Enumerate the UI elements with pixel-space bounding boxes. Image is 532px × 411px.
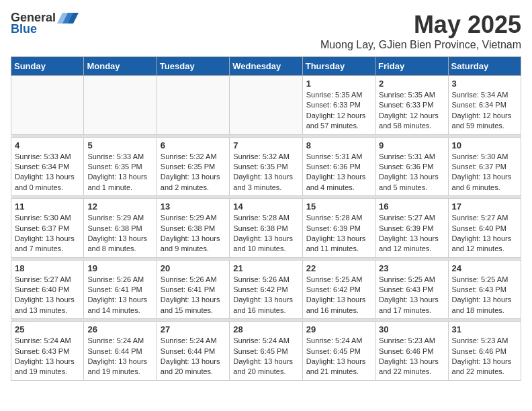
day-detail: Sunrise: 5:29 AM Sunset: 6:38 PM Dayligh… xyxy=(87,213,152,255)
day-number: 2 xyxy=(379,79,444,89)
calendar-cell: 29Sunrise: 5:24 AM Sunset: 6:45 PM Dayli… xyxy=(302,322,375,381)
day-detail: Sunrise: 5:27 AM Sunset: 6:39 PM Dayligh… xyxy=(379,213,444,255)
calendar-cell: 27Sunrise: 5:24 AM Sunset: 6:44 PM Dayli… xyxy=(157,322,229,381)
logo-blue-text: Blue xyxy=(11,22,37,36)
day-detail: Sunrise: 5:32 AM Sunset: 6:35 PM Dayligh… xyxy=(233,152,298,193)
calendar-cell: 18Sunrise: 5:27 AM Sunset: 6:40 PM Dayli… xyxy=(11,260,84,319)
calendar-cell: 24Sunrise: 5:25 AM Sunset: 6:43 PM Dayli… xyxy=(448,260,521,319)
day-number: 30 xyxy=(379,324,444,334)
day-detail: Sunrise: 5:26 AM Sunset: 6:41 PM Dayligh… xyxy=(87,275,152,316)
day-number: 20 xyxy=(161,263,226,273)
day-number: 9 xyxy=(379,140,444,150)
day-detail: Sunrise: 5:31 AM Sunset: 6:36 PM Dayligh… xyxy=(379,152,444,193)
day-detail: Sunrise: 5:24 AM Sunset: 6:43 PM Dayligh… xyxy=(15,336,80,377)
day-number: 21 xyxy=(233,263,298,273)
calendar-cell xyxy=(11,76,84,135)
day-number: 17 xyxy=(452,201,517,212)
calendar-cell: 10Sunrise: 5:30 AM Sunset: 6:37 PM Dayli… xyxy=(448,137,521,196)
day-detail: Sunrise: 5:27 AM Sunset: 6:40 PM Dayligh… xyxy=(452,213,517,255)
day-number: 31 xyxy=(452,324,517,334)
calendar-cell: 11Sunrise: 5:30 AM Sunset: 6:37 PM Dayli… xyxy=(11,199,84,258)
day-header-wednesday: Wednesday xyxy=(230,57,302,76)
day-detail: Sunrise: 5:31 AM Sunset: 6:36 PM Dayligh… xyxy=(306,152,371,193)
day-detail: Sunrise: 5:24 AM Sunset: 6:45 PM Dayligh… xyxy=(306,336,371,377)
day-number: 27 xyxy=(161,324,226,334)
day-header-friday: Friday xyxy=(375,57,448,76)
calendar-cell: 25Sunrise: 5:24 AM Sunset: 6:43 PM Dayli… xyxy=(11,322,84,381)
month-title: May 2025 xyxy=(320,11,521,39)
calendar-cell: 4Sunrise: 5:33 AM Sunset: 6:34 PM Daylig… xyxy=(11,137,84,196)
calendar-cell xyxy=(84,76,157,135)
calendar-cell: 5Sunrise: 5:33 AM Sunset: 6:35 PM Daylig… xyxy=(84,137,157,196)
calendar-cell: 3Sunrise: 5:34 AM Sunset: 6:34 PM Daylig… xyxy=(448,76,521,135)
day-detail: Sunrise: 5:33 AM Sunset: 6:34 PM Dayligh… xyxy=(15,152,80,193)
day-detail: Sunrise: 5:28 AM Sunset: 6:38 PM Dayligh… xyxy=(233,213,298,255)
day-number: 15 xyxy=(306,201,371,212)
day-detail: Sunrise: 5:25 AM Sunset: 6:43 PM Dayligh… xyxy=(452,275,517,316)
day-number: 13 xyxy=(161,201,226,212)
day-detail: Sunrise: 5:26 AM Sunset: 6:41 PM Dayligh… xyxy=(161,275,226,316)
day-detail: Sunrise: 5:25 AM Sunset: 6:42 PM Dayligh… xyxy=(306,275,371,316)
calendar-table: SundayMondayTuesdayWednesdayThursdayFrid… xyxy=(11,56,521,381)
day-detail: Sunrise: 5:30 AM Sunset: 6:37 PM Dayligh… xyxy=(452,152,517,193)
day-detail: Sunrise: 5:29 AM Sunset: 6:38 PM Dayligh… xyxy=(161,213,226,255)
calendar-cell: 20Sunrise: 5:26 AM Sunset: 6:41 PM Dayli… xyxy=(157,260,229,319)
day-detail: Sunrise: 5:24 AM Sunset: 6:44 PM Dayligh… xyxy=(87,336,152,377)
day-number: 5 xyxy=(87,140,152,150)
day-detail: Sunrise: 5:33 AM Sunset: 6:35 PM Dayligh… xyxy=(87,152,152,193)
calendar-cell: 14Sunrise: 5:28 AM Sunset: 6:38 PM Dayli… xyxy=(230,199,302,258)
day-detail: Sunrise: 5:35 AM Sunset: 6:33 PM Dayligh… xyxy=(306,90,371,132)
calendar-cell: 31Sunrise: 5:23 AM Sunset: 6:46 PM Dayli… xyxy=(448,322,521,381)
day-number: 10 xyxy=(452,140,517,150)
day-detail: Sunrise: 5:26 AM Sunset: 6:42 PM Dayligh… xyxy=(233,275,298,316)
day-header-tuesday: Tuesday xyxy=(157,57,229,76)
calendar-cell: 15Sunrise: 5:28 AM Sunset: 6:39 PM Dayli… xyxy=(302,199,375,258)
day-header-saturday: Saturday xyxy=(448,57,521,76)
day-detail: Sunrise: 5:34 AM Sunset: 6:34 PM Dayligh… xyxy=(452,90,517,132)
calendar-cell: 9Sunrise: 5:31 AM Sunset: 6:36 PM Daylig… xyxy=(375,137,448,196)
calendar-cell: 30Sunrise: 5:23 AM Sunset: 6:46 PM Dayli… xyxy=(375,322,448,381)
day-number: 4 xyxy=(15,140,80,150)
day-number: 25 xyxy=(15,324,80,334)
day-number: 1 xyxy=(306,79,371,89)
day-number: 28 xyxy=(233,324,298,334)
calendar-cell: 28Sunrise: 5:24 AM Sunset: 6:45 PM Dayli… xyxy=(230,322,302,381)
day-detail: Sunrise: 5:27 AM Sunset: 6:40 PM Dayligh… xyxy=(15,275,80,316)
logo: General Blue xyxy=(11,11,79,36)
day-number: 22 xyxy=(306,263,371,273)
calendar-cell: 8Sunrise: 5:31 AM Sunset: 6:36 PM Daylig… xyxy=(302,137,375,196)
day-detail: Sunrise: 5:23 AM Sunset: 6:46 PM Dayligh… xyxy=(379,336,444,377)
day-number: 26 xyxy=(87,324,152,334)
day-detail: Sunrise: 5:35 AM Sunset: 6:33 PM Dayligh… xyxy=(379,90,444,132)
title-block: May 2025 Muong Lay, GJien Bien Province,… xyxy=(320,11,521,51)
day-number: 18 xyxy=(15,263,80,273)
calendar-cell: 2Sunrise: 5:35 AM Sunset: 6:33 PM Daylig… xyxy=(375,76,448,135)
day-number: 29 xyxy=(306,324,371,334)
day-detail: Sunrise: 5:23 AM Sunset: 6:46 PM Dayligh… xyxy=(452,336,517,377)
day-number: 8 xyxy=(306,140,371,150)
page-header: General Blue May 2025 Muong Lay, GJien B… xyxy=(11,11,521,51)
calendar-cell: 7Sunrise: 5:32 AM Sunset: 6:35 PM Daylig… xyxy=(230,137,302,196)
calendar-cell: 26Sunrise: 5:24 AM Sunset: 6:44 PM Dayli… xyxy=(84,322,157,381)
calendar-cell: 6Sunrise: 5:32 AM Sunset: 6:35 PM Daylig… xyxy=(157,137,229,196)
calendar-cell: 19Sunrise: 5:26 AM Sunset: 6:41 PM Dayli… xyxy=(84,260,157,319)
calendar-cell: 1Sunrise: 5:35 AM Sunset: 6:33 PM Daylig… xyxy=(302,76,375,135)
day-detail: Sunrise: 5:24 AM Sunset: 6:44 PM Dayligh… xyxy=(161,336,226,377)
day-number: 11 xyxy=(15,201,80,212)
day-number: 3 xyxy=(452,79,517,89)
day-number: 16 xyxy=(379,201,444,212)
day-number: 6 xyxy=(161,140,226,150)
calendar-cell: 22Sunrise: 5:25 AM Sunset: 6:42 PM Dayli… xyxy=(302,260,375,319)
logo-icon xyxy=(57,11,79,25)
day-number: 19 xyxy=(87,263,152,273)
day-header-monday: Monday xyxy=(84,57,157,76)
day-header-thursday: Thursday xyxy=(302,57,375,76)
day-detail: Sunrise: 5:24 AM Sunset: 6:45 PM Dayligh… xyxy=(233,336,298,377)
day-number: 12 xyxy=(87,201,152,212)
calendar-cell xyxy=(230,76,302,135)
calendar-cell: 16Sunrise: 5:27 AM Sunset: 6:39 PM Dayli… xyxy=(375,199,448,258)
calendar-cell: 17Sunrise: 5:27 AM Sunset: 6:40 PM Dayli… xyxy=(448,199,521,258)
day-detail: Sunrise: 5:30 AM Sunset: 6:37 PM Dayligh… xyxy=(15,213,80,255)
day-number: 14 xyxy=(233,201,298,212)
day-header-sunday: Sunday xyxy=(11,57,84,76)
